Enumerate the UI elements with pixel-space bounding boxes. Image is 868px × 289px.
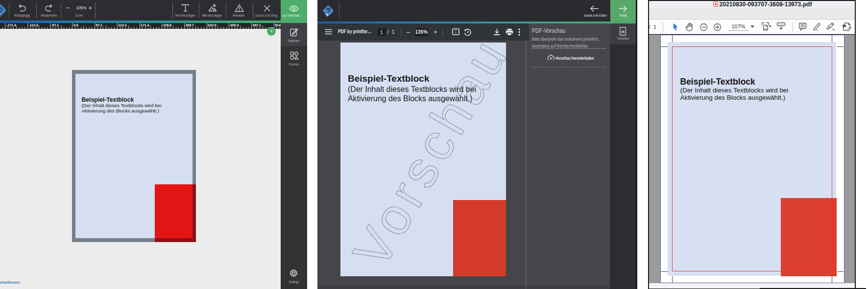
svg-text:?: ? xyxy=(326,6,331,16)
svg-text:PDF: PDF xyxy=(621,31,625,33)
